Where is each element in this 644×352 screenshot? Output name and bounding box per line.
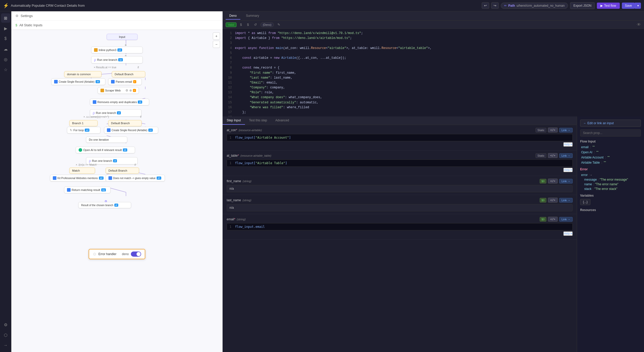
eye-icon[interactable]: 👁 — [637, 22, 641, 27]
flow-input-item-email: email : "" — [580, 145, 641, 149]
flow-node-branch-1[interactable]: Branch 1 — [69, 120, 98, 126]
tab-test-step[interactable]: Test this step — [245, 116, 271, 125]
at-con-code-btn[interactable]: </> — [548, 128, 558, 132]
error-handler-toggle[interactable] — [131, 252, 141, 257]
toolbar-refresh-1[interactable]: ↺ — [252, 22, 258, 27]
code-editor[interactable]: 1 import * as wmill from "https://deno.l… — [223, 29, 644, 116]
at-con-link-btn[interactable]: Link → — [559, 128, 573, 132]
flow-node-scrape-web[interactable]: Scrape Web ⚙ ⊗ c — [98, 87, 139, 94]
email-controls: $0 </> Link → — [540, 217, 573, 222]
step-left: Step Input Test this step Advanced at_co… — [223, 116, 577, 352]
zoom-in-button[interactable]: + — [213, 32, 220, 40]
tab-deno[interactable]: Deno — [226, 12, 240, 20]
search-prop-input[interactable] — [580, 129, 641, 137]
at-table-static: Static — [536, 153, 546, 158]
sidebar-icon-flows[interactable]: ◎ — [1, 55, 10, 64]
flow-node-run-branch-1[interactable]: ρ Run one branch ap — [91, 56, 143, 63]
flow-node-result-chosen[interactable]: Result of the chosen branch af — [78, 202, 131, 208]
at-con-help-btn[interactable]: Help ▾ — [563, 142, 573, 147]
last-name-code-btn[interactable]: </> — [548, 198, 558, 203]
resources-title: Resources — [580, 208, 641, 212]
first-name-link-btn[interactable]: Link → — [559, 179, 573, 183]
edit-link-input-button[interactable]: ← Edit or link an input — [580, 120, 641, 127]
sidebar-icon-resources[interactable]: ☁ — [1, 44, 10, 54]
first-name-code-btn[interactable]: </> — [548, 179, 558, 183]
editor-tabs: Deno Summary — [223, 11, 644, 21]
sidebar-icon-runs[interactable]: ▶ — [1, 24, 10, 33]
last-name-dollar[interactable]: $0 — [540, 198, 546, 203]
flow-node-match[interactable]: Match — [69, 167, 95, 174]
sidebar-icon-favorites[interactable]: ☆ — [1, 65, 10, 74]
removes-empty-badge: sk — [138, 100, 142, 104]
toolbar-pencil[interactable]: ✎ — [276, 22, 282, 27]
sidebar-icon-settings[interactable]: ⚙ — [1, 320, 10, 329]
tab-summary[interactable]: Summary — [242, 12, 263, 20]
at-table-code-btn[interactable]: </> — [548, 153, 558, 158]
flow-node-parses-email[interactable]: Parses email c — [108, 78, 142, 85]
flow-node-does-not-match[interactable]: Does not match -> gives empty value ah — [106, 175, 165, 181]
tab-advanced[interactable]: Advanced — [271, 116, 293, 125]
flow-node-create-record[interactable]: Create Single Record (Airtable) 4k — [51, 78, 105, 85]
email-help-btn[interactable]: Help ▾ — [563, 231, 573, 236]
play-icon: ▶ — [600, 4, 603, 7]
test-flow-button[interactable]: ▶ Test flow — [597, 3, 620, 9]
branch-1-label: Branch 1 — [72, 122, 83, 125]
path-pill[interactable]: ✏ Path u/henri/crm_automated_no_human — [501, 3, 568, 9]
toolbar-dollar-2[interactable]: $ — [245, 22, 250, 27]
last-name-link-btn[interactable]: Link → — [559, 198, 573, 203]
sidebar-icon-forward[interactable]: → — [1, 341, 10, 350]
flow-node-do-iteration[interactable]: Do one iteration — [86, 137, 127, 143]
at-table-help-btn[interactable]: Help ▾ — [563, 168, 573, 172]
flow-node-openai[interactable]: Open AI to tell if relevant result ak — [76, 147, 135, 153]
removes-empty-label: Removes empty and duplicates — [97, 100, 137, 104]
flow-node-return-matching[interactable]: Return matching result ag — [64, 187, 111, 193]
flow-node-domain-common[interactable]: domain is common — [64, 71, 101, 77]
email-dollar[interactable]: $0 — [540, 217, 546, 222]
code-line-10: 10 "Last name": last_name, — [223, 76, 644, 80]
sidebar-icon-apps[interactable]: ⬡ — [1, 330, 10, 340]
first-name-dollar[interactable]: $0 — [540, 179, 546, 183]
save-dropdown-button[interactable]: ▾ — [635, 3, 641, 9]
flow-node-inline-python[interactable]: Inline python3 ad — [91, 47, 143, 53]
error-item-message: message : "The error message" — [580, 178, 641, 181]
at-table-type: (resource-airtable_table) — [240, 154, 271, 157]
flow-canvas: + − — [11, 30, 223, 352]
error-section: Error error : - message : "The error mes… — [580, 167, 641, 191]
flow-node-default-branch-1[interactable]: Default Branch — [112, 71, 145, 77]
email-code-btn[interactable]: </> — [548, 217, 558, 222]
at-table-help-row: Help ▾ — [227, 167, 573, 173]
error-title: Error — [580, 167, 641, 171]
save-group: Save ▾ — [622, 3, 641, 9]
resources-section: Resources — [580, 208, 641, 212]
flow-node-create-record-2[interactable]: Create Single Record (Airtable) sn — [104, 127, 158, 133]
flow-node-kit-professional[interactable]: Kit Professional Websites mentions ad — [50, 175, 107, 181]
toolbar-deno[interactable]: (Deno) — [260, 22, 274, 27]
scrape-gear-2[interactable]: ⊗ — [129, 89, 132, 92]
flow-node-for-loop[interactable]: ↻ For loop ad — [67, 127, 100, 133]
error-handler-type: deno — [122, 252, 129, 256]
export-json-button[interactable]: Export JSON — [570, 2, 595, 9]
sidebar-icon-home[interactable]: ⊞ — [1, 13, 10, 23]
topbar: ⚡ Automatically Populate CRM Contact Det… — [0, 0, 644, 11]
zoom-out-button[interactable]: − — [213, 41, 220, 48]
undo-button[interactable]: ↩ — [482, 2, 489, 9]
run-branch-2-badge: al — [117, 111, 121, 114]
path-icon: ✏ — [504, 4, 507, 7]
at-table-link-btn[interactable]: Link → — [559, 153, 573, 158]
last-name-name: last_name — [227, 198, 241, 202]
tab-step-input[interactable]: Step Input — [223, 116, 245, 125]
flow-node-default-branch-3[interactable]: Default Branch — [106, 167, 139, 174]
toolbar-dollar-1[interactable]: $ — [239, 22, 243, 27]
do-iteration-label: Do one iteration — [89, 138, 109, 141]
flow-node-removes-empty[interactable]: Removes empty and duplicates sk — [90, 99, 149, 105]
flow-node-input[interactable]: Input — [107, 34, 138, 40]
redo-button[interactable]: ↪ — [491, 2, 499, 9]
email-link-btn[interactable]: Link → — [559, 217, 573, 222]
scrape-gear-1[interactable]: ⚙ — [125, 89, 128, 92]
sidebar-icon-variables[interactable]: $ — [1, 34, 10, 43]
run-branch-1-badge: ap — [118, 58, 123, 61]
return-matching-label: Return matching result — [72, 188, 100, 191]
parses-email-badge: c — [133, 80, 137, 83]
flow-node-default-branch-2[interactable]: Default Branch — [108, 120, 142, 126]
save-button[interactable]: Save — [622, 3, 635, 9]
